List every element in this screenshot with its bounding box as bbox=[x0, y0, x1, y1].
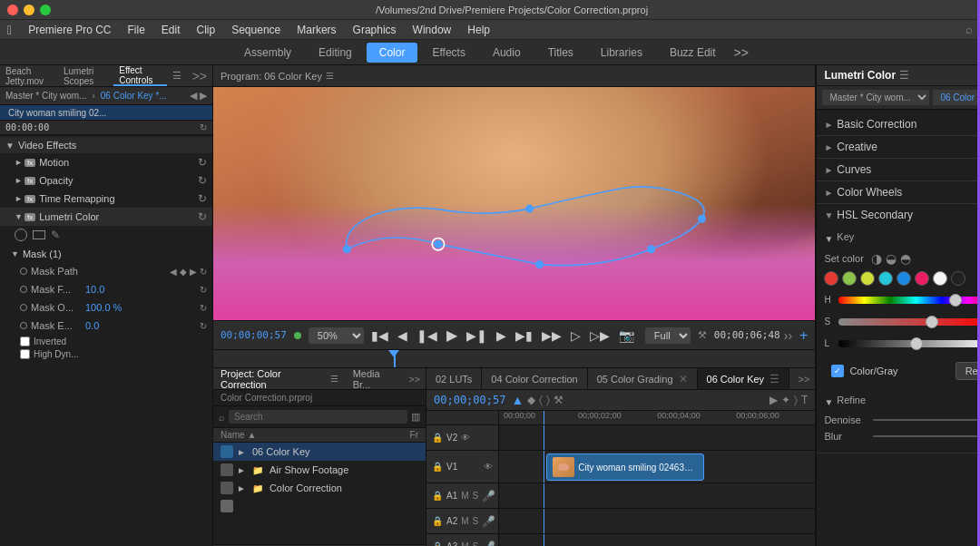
motion-effect-row[interactable]: ► fx Motion ↻ bbox=[0, 153, 212, 171]
lumetri-reset[interactable]: ↻ bbox=[198, 210, 207, 223]
eyedropper-remove-button[interactable]: ◒ bbox=[886, 251, 897, 266]
inverted-checkbox[interactable] bbox=[20, 336, 30, 346]
swatch-black[interactable] bbox=[951, 271, 965, 286]
eyedropper-precise-button[interactable]: ◓ bbox=[900, 251, 911, 266]
set-out-button[interactable]: 〉 bbox=[546, 394, 550, 406]
mask-keyframe-forward[interactable]: ▶ bbox=[190, 267, 197, 277]
swatch-blue[interactable] bbox=[897, 271, 911, 286]
mask-feather-reset[interactable]: ↻ bbox=[200, 285, 207, 295]
v1-eye-icon[interactable]: 👁 bbox=[484, 462, 493, 472]
eyedropper-add-button[interactable]: ◑ bbox=[871, 251, 882, 266]
close-button[interactable] bbox=[7, 5, 18, 15]
menu-graphics[interactable]: Graphics bbox=[346, 22, 404, 38]
step-forward-button[interactable]: ▶ bbox=[493, 327, 510, 345]
project-item-color-correction[interactable]: ► 📁 Color Correction bbox=[213, 479, 426, 497]
opacity-effect-row[interactable]: ► fx Opacity ↻ bbox=[0, 171, 212, 190]
tab-titles[interactable]: Titles bbox=[535, 43, 586, 63]
play-around-in-button[interactable]: ❚◀ bbox=[413, 327, 441, 345]
hue-slider-track[interactable] bbox=[838, 297, 980, 304]
color-gray-checkbox[interactable] bbox=[831, 365, 844, 377]
time-remap-reset[interactable]: ↻ bbox=[198, 192, 207, 205]
tab-audio[interactable]: Audio bbox=[480, 43, 534, 63]
play-around-out-button[interactable]: ▶❚ bbox=[463, 327, 491, 345]
saturation-slider-track[interactable] bbox=[838, 318, 980, 326]
hsl-secondary-header[interactable]: ▼ HSL Secondary bbox=[817, 204, 980, 226]
tab-color[interactable]: Color bbox=[367, 43, 418, 63]
selection-tool[interactable]: ▶ bbox=[769, 394, 778, 406]
clip-nav-right[interactable]: ▶ bbox=[200, 90, 207, 102]
panel-expand[interactable]: >> bbox=[187, 69, 212, 83]
window-controls[interactable] bbox=[7, 5, 51, 15]
menu-window[interactable]: Window bbox=[406, 22, 459, 38]
tab-libraries[interactable]: Libraries bbox=[588, 43, 655, 63]
motion-reset[interactable]: ↻ bbox=[198, 156, 207, 169]
timeline-tab-color-grading[interactable]: 05 Color Grading ✕ bbox=[588, 368, 698, 389]
mask-opacity-reset[interactable]: ↻ bbox=[200, 303, 207, 313]
a3-lock-icon[interactable]: 🔒 bbox=[432, 541, 443, 546]
menu-help[interactable]: Help bbox=[460, 22, 497, 38]
mask-reset[interactable]: ↻ bbox=[200, 267, 207, 277]
target-clip-label[interactable]: 06 Color Key *... bbox=[101, 91, 167, 101]
tabs-more[interactable]: >> bbox=[734, 45, 749, 60]
stop-button[interactable]: ▶ bbox=[443, 325, 461, 346]
swatch-red[interactable] bbox=[824, 271, 838, 286]
menu-edit[interactable]: Edit bbox=[154, 22, 188, 38]
a1-mute[interactable]: M bbox=[461, 491, 468, 501]
v1-lock-icon[interactable]: 🔒 bbox=[432, 462, 443, 472]
timeline-tab-color-correction[interactable]: 04 Color Correction bbox=[482, 368, 587, 389]
project-tab[interactable]: Project: Color Correction bbox=[213, 368, 327, 389]
mask-expansion-reset[interactable]: ↻ bbox=[200, 321, 207, 331]
high-dyn-checkbox-row[interactable]: High Dyn... bbox=[20, 349, 198, 359]
maximize-button[interactable] bbox=[40, 5, 51, 15]
source-tab[interactable]: Beach Jetty.mov bbox=[0, 65, 58, 86]
a2-lock-icon[interactable]: 🔒 bbox=[432, 516, 443, 526]
mask-header[interactable]: ▼ Mask (1) bbox=[11, 246, 207, 262]
color-correction-expand[interactable]: ► bbox=[237, 483, 246, 493]
panel-menu-button[interactable]: ☰ bbox=[167, 70, 187, 82]
timeline-tab-color-key[interactable]: 06 Color Key ☰ bbox=[698, 368, 790, 389]
go-to-start-button[interactable]: ▮◀ bbox=[368, 327, 392, 345]
menu-file[interactable]: File bbox=[120, 22, 152, 38]
mask-keyframe-add[interactable]: ◆ bbox=[180, 267, 187, 277]
tab-assembly[interactable]: Assembly bbox=[231, 43, 304, 63]
panel-collapse[interactable]: >> bbox=[403, 374, 426, 385]
menu-clip[interactable]: Clip bbox=[190, 22, 223, 38]
media-browser-tab[interactable]: Media Br... bbox=[346, 368, 403, 389]
luminance-slider-track[interactable] bbox=[838, 340, 980, 347]
search-icon[interactable]: ⌕ bbox=[965, 23, 973, 36]
close-color-grading-tab[interactable]: ✕ bbox=[679, 373, 688, 385]
tab-editing[interactable]: Editing bbox=[306, 43, 365, 63]
project-item-other[interactable] bbox=[213, 497, 426, 515]
snap-to-start-button[interactable]: ▲ bbox=[511, 393, 524, 407]
timeline-tabs-more[interactable]: >> bbox=[793, 374, 816, 385]
opacity-reset[interactable]: ↻ bbox=[198, 174, 207, 187]
curves-header[interactable]: ► Curves bbox=[817, 159, 980, 180]
add-marker-button[interactable]: + bbox=[799, 327, 808, 344]
project-search-input[interactable] bbox=[229, 410, 407, 424]
mask-feather-value[interactable]: 10.0 bbox=[85, 284, 104, 295]
minimize-button[interactable] bbox=[24, 5, 34, 15]
ellipse-mask-tool[interactable] bbox=[15, 229, 27, 241]
creative-header[interactable]: ► Creative bbox=[817, 136, 980, 158]
hand-tool[interactable]: 〉 bbox=[794, 394, 798, 406]
a2-mute[interactable]: M bbox=[461, 516, 468, 526]
color-wheels-header[interactable]: ► Color Wheels bbox=[817, 181, 980, 203]
project-list-view[interactable]: ▥ bbox=[411, 411, 420, 423]
mask-expansion-value[interactable]: 0.0 bbox=[85, 320, 99, 331]
set-in-button[interactable]: 〈 bbox=[539, 394, 543, 406]
reset-icon[interactable]: ↻ bbox=[200, 122, 207, 132]
denoise-slider[interactable] bbox=[873, 419, 977, 421]
menu-sequence[interactable]: Sequence bbox=[224, 22, 288, 38]
wrench-timeline-button[interactable]: ⚒ bbox=[554, 394, 564, 406]
a3-mute[interactable]: M bbox=[461, 541, 468, 546]
effect-controls-tab[interactable]: Effect Controls bbox=[113, 65, 166, 86]
step-back-button[interactable]: ◀ bbox=[394, 327, 411, 345]
air-show-expand[interactable]: ► bbox=[237, 465, 246, 475]
saturation-slider-handle[interactable] bbox=[926, 316, 938, 328]
monitor-more-button[interactable]: ›› bbox=[784, 328, 792, 343]
zoom-select[interactable]: 50% 25% 75% 100% bbox=[309, 327, 364, 344]
a3-mic[interactable]: 🎤 bbox=[482, 541, 495, 547]
swatch-white[interactable] bbox=[933, 271, 947, 286]
quality-select[interactable]: Full 1/2 1/4 bbox=[645, 327, 691, 344]
lumetri-menu-icon[interactable]: ☰ bbox=[899, 69, 909, 82]
